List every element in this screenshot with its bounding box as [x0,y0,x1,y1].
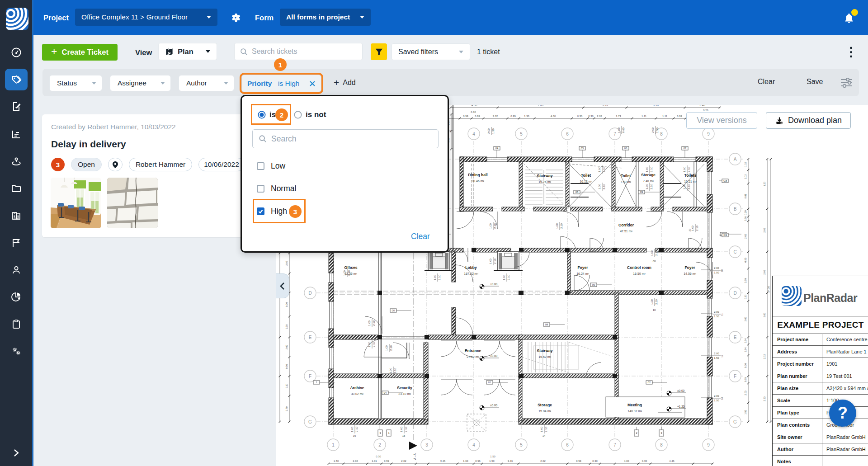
svg-text:0.85: 0.85 [744,377,747,382]
svg-text:2: 2 [378,442,381,447]
svg-text:4: 4 [472,132,475,137]
svg-text:3.70: 3.70 [285,406,288,411]
svg-text:90.46 m²: 90.46 m² [472,179,484,183]
svg-text:A - A: A - A [413,453,416,459]
svg-text:1.00: 1.00 [555,223,558,229]
svg-text:4: 4 [472,442,475,447]
svg-text:9: 9 [707,132,710,137]
svg-text:1.30: 1.30 [524,115,529,118]
svg-text:6: 6 [566,132,569,137]
svg-text:10: 10 [653,309,656,311]
svg-text:2.00: 2.00 [714,311,719,313]
svg-text:Stairway: Stairway [537,348,553,353]
svg-text:47.51 m²: 47.51 m² [620,230,632,233]
svg-text:F: F [734,374,736,379]
svg-text:0.99: 0.99 [463,115,468,118]
svg-text:Archive: Archive [350,386,364,390]
svg-text:3.95: 3.95 [602,105,608,107]
svg-text:7.46 m²: 7.46 m² [643,179,654,183]
svg-text:1.00: 1.00 [385,345,388,351]
svg-text:1.00: 1.00 [502,274,505,280]
svg-text:1.01: 1.01 [372,460,377,462]
svg-text:14.56 m²: 14.56 m² [684,272,696,275]
svg-text:2.10: 2.10 [695,225,698,231]
svg-text:2.10: 2.10 [602,166,605,172]
svg-text:0.70: 0.70 [285,302,288,307]
svg-text:1.00: 1.00 [489,223,492,229]
svg-text:G9: G9 [723,234,727,236]
svg-text:1: 1 [332,442,335,447]
svg-text:Control room: Control room [627,265,651,270]
svg-text:1.00: 1.00 [368,320,371,326]
svg-text:±0.00: ±0.00 [490,354,498,358]
svg-text:1.52: 1.52 [744,410,747,415]
svg-text:4.00: 4.00 [551,115,556,118]
svg-text:16.50 m²: 16.50 m² [633,272,646,275]
svg-text:G8: G8 [723,179,727,182]
svg-text:1.00: 1.00 [645,166,648,172]
svg-text:2.10: 2.10 [493,223,496,229]
svg-text:3: 3 [379,432,381,434]
svg-text:2.48: 2.48 [699,105,705,107]
svg-text:1.00: 1.00 [343,270,346,276]
svg-text:0.99: 0.99 [475,115,480,118]
svg-text:32.35 m²: 32.35 m² [344,272,357,275]
svg-text:2.10: 2.10 [650,166,653,172]
svg-text:2.00: 2.00 [714,267,719,269]
svg-text:7: 7 [613,132,616,137]
svg-text:D: D [733,291,736,296]
svg-text:2.10: 2.10 [389,345,392,351]
svg-text:1.00: 1.00 [433,274,436,280]
svg-text:0.99: 0.99 [510,115,515,118]
svg-text:2.10: 2.10 [687,184,690,189]
svg-text:1.50: 1.50 [334,460,339,462]
svg-text:1.00: 1.00 [691,225,694,231]
svg-text:2.02: 2.02 [353,460,358,462]
svg-text:1.00: 1.00 [598,184,601,189]
svg-text:Foyer: Foyer [684,265,695,270]
svg-text:05: 05 [581,147,584,150]
svg-text:1.73: 1.73 [616,115,621,118]
svg-text:1.11: 1.11 [642,115,646,118]
svg-text:16.51 m²: 16.51 m² [684,180,697,183]
svg-text:2.03: 2.03 [763,313,766,318]
svg-text:0.99: 0.99 [677,115,682,118]
svg-text:13: 13 [721,397,723,400]
svg-text:08: 08 [576,191,578,193]
svg-text:2.02: 2.02 [744,234,747,239]
svg-text:C: C [733,249,736,254]
svg-text:1.00: 1.00 [650,299,653,305]
svg-text:2.10: 2.10 [393,367,396,373]
svg-text:Meeting: Meeting [627,403,642,407]
svg-text:Toilet: Toilet [621,174,631,178]
svg-text:0.85: 0.85 [744,258,747,263]
svg-text:1.50: 1.50 [656,127,659,133]
svg-text:2: 2 [636,432,637,434]
svg-text:0.66: 0.66 [744,217,747,221]
svg-text:7: 7 [613,442,616,447]
svg-text:Security: Security [397,386,412,390]
svg-text:1.00: 1.00 [645,184,648,189]
svg-text:5: 5 [520,442,523,447]
svg-text:0.58: 0.58 [285,325,288,329]
svg-text:2.10: 2.10 [544,426,547,432]
svg-text:09: 09 [640,191,643,193]
svg-text:3: 3 [660,432,662,434]
svg-text:15.04 m²: 15.04 m² [538,410,551,413]
svg-text:2.02: 2.02 [285,261,288,266]
svg-text:3.46: 3.46 [508,460,513,462]
svg-text:2.10: 2.10 [404,426,407,432]
svg-text:2.00: 2.00 [651,127,654,133]
svg-text:3.46: 3.46 [440,460,445,462]
svg-text:7.50 m²: 7.50 m² [620,180,631,184]
svg-text:1.50: 1.50 [714,399,719,402]
svg-text:1.00: 1.00 [683,166,686,172]
svg-text:14: 14 [542,434,546,437]
svg-text:09: 09 [592,283,595,286]
svg-text:±0.00: ±0.00 [677,389,685,392]
svg-text:140.37 m²: 140.37 m² [627,410,642,413]
svg-text:24.36: 24.36 [767,286,770,292]
svg-text:±0.00: ±0.00 [490,282,498,286]
svg-text:0.56: 0.56 [285,364,288,369]
svg-text:D: D [308,291,311,296]
